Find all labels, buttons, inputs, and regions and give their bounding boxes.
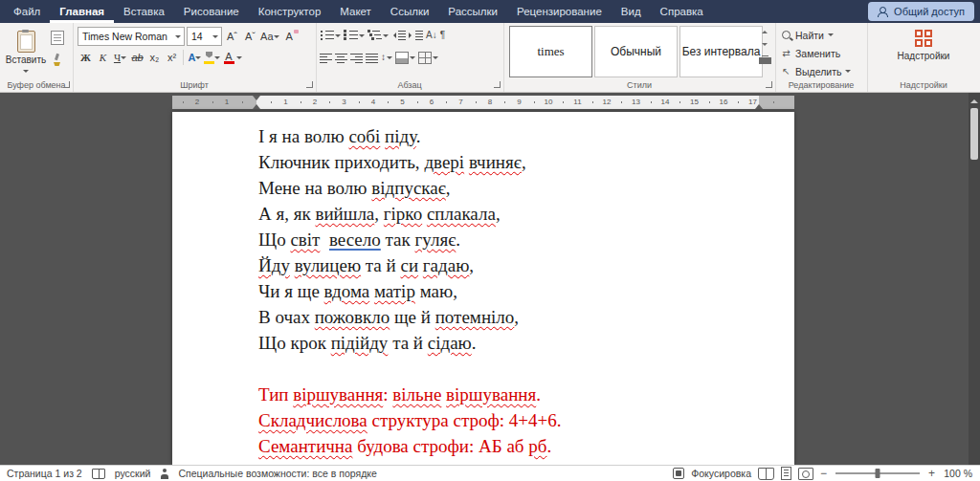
scrollbar-thumb[interactable]	[970, 108, 978, 160]
ruler-number: 7	[458, 96, 462, 109]
tab-Ссылки[interactable]: Ссылки	[381, 0, 439, 23]
ruler-text-area	[256, 96, 759, 109]
tab-Рисование[interactable]: Рисование	[174, 0, 249, 23]
addins-button[interactable]: Надстройки	[867, 30, 980, 61]
chevron-down-icon	[335, 34, 341, 40]
bullets-button[interactable]	[320, 27, 341, 44]
tab-Файл[interactable]: Файл	[4, 0, 50, 23]
styles-scroll-down-icon[interactable]	[762, 43, 768, 49]
font-color-bar	[224, 61, 234, 64]
text-effects-button[interactable]: А	[187, 49, 203, 66]
shrink-font-button[interactable]: Аˇ	[242, 28, 258, 45]
chevron-down-icon	[236, 56, 242, 62]
zoom-level[interactable]: 100 %	[942, 468, 972, 479]
zoom-slider-thumb[interactable]	[875, 469, 880, 478]
scroll-up-icon[interactable]	[969, 95, 980, 106]
accessibility-status[interactable]: Специальные возможности: все в порядке	[178, 468, 376, 479]
borders-button[interactable]	[418, 49, 438, 66]
chevron-down-icon	[383, 34, 389, 40]
font-color-button[interactable]: А	[221, 49, 242, 66]
zoom-slider[interactable]	[835, 472, 920, 474]
document-text[interactable]: І я на волю собі піду.Ключник приходить,…	[258, 123, 766, 459]
styles-scroll-up-icon[interactable]	[762, 28, 768, 33]
sort-button[interactable]: А↓	[426, 27, 437, 44]
hanging-indent-marker[interactable]	[253, 104, 260, 109]
document-page[interactable]: І я на волю собі піду.Ключник приходить,…	[172, 112, 794, 465]
align-right-button[interactable]	[350, 49, 363, 66]
accessibility-icon[interactable]	[160, 469, 168, 479]
horizontal-ruler[interactable]: 211234567891011121314151617	[172, 96, 794, 109]
ruler-number: 6	[430, 96, 434, 109]
tab-Вставка[interactable]: Вставка	[114, 0, 174, 23]
style-card-Обычный[interactable]: Обычный	[594, 26, 678, 77]
multilevel-list-button[interactable]	[368, 27, 389, 44]
font-size-select[interactable]: 14	[187, 27, 222, 46]
align-center-icon	[335, 53, 347, 63]
shading-button[interactable]	[395, 49, 415, 66]
tab-Макет[interactable]: Макет	[330, 0, 381, 23]
superscript-button[interactable]: x²	[164, 49, 180, 66]
styles-dialog-launcher-icon[interactable]	[766, 81, 772, 88]
indent-icon	[409, 30, 423, 41]
clipboard-dialog-launcher-icon[interactable]	[63, 81, 70, 88]
page-indicator[interactable]: Страница 1 из 2	[7, 468, 82, 479]
underline-button[interactable]: Ч	[112, 49, 128, 66]
format-painter-icon[interactable]	[51, 54, 62, 66]
bold-button[interactable]: Ж	[78, 49, 94, 66]
font-family-value: Times New Roman	[82, 31, 167, 42]
tab-Конструктор[interactable]: Конструктор	[249, 0, 331, 23]
select-button[interactable]: ↖Выделить	[781, 63, 851, 79]
increase-indent-button[interactable]	[409, 27, 423, 44]
font-dialog-launcher-icon[interactable]	[306, 81, 313, 88]
style-card-times[interactable]: times	[509, 26, 592, 77]
line-spacing-button[interactable]: ↕	[381, 49, 392, 66]
styles-expand-icon[interactable]	[759, 55, 771, 65]
paste-options-icon[interactable]	[51, 31, 64, 45]
search-button[interactable]: Найти	[781, 27, 851, 43]
strikethrough-button[interactable]: ab	[129, 49, 145, 66]
grow-font-button[interactable]: Аˆ	[224, 28, 240, 45]
align-left-button[interactable]	[320, 49, 332, 66]
change-case-button[interactable]: Аа	[260, 28, 279, 45]
zoom-in-button[interactable]: +	[928, 469, 935, 478]
read-mode-icon[interactable]	[758, 468, 774, 480]
vertical-scrollbar[interactable]	[969, 93, 980, 465]
tab-Главная[interactable]: Главная	[50, 0, 114, 23]
replace-label: Заменить	[795, 48, 840, 59]
align-center-button[interactable]	[335, 49, 347, 66]
paragraph-dialog-launcher-icon[interactable]	[494, 81, 501, 88]
web-layout-icon[interactable]	[798, 468, 813, 480]
status-bar: Страница 1 из 2 русский Специальные возм…	[0, 465, 980, 481]
paste-button[interactable]: Вставить	[5, 26, 47, 79]
proofing-icon[interactable]	[92, 469, 105, 479]
tab-Рецензирование[interactable]: Рецензирование	[507, 0, 612, 23]
ruler-number: 12	[603, 96, 612, 109]
share-button[interactable]: Общий доступ	[868, 2, 974, 21]
language-indicator[interactable]: русский	[115, 468, 151, 479]
show-marks-button[interactable]: ¶	[440, 27, 445, 44]
tab-Рассылки[interactable]: Рассылки	[438, 0, 507, 23]
ruler-tick	[183, 101, 184, 103]
style-gallery: timesОбычныйБез интервала	[509, 26, 763, 77]
style-card-Без интервала[interactable]: Без интервала	[679, 26, 763, 77]
tab-Вид[interactable]: Вид	[612, 0, 651, 23]
editing-group: Найти⇄Заменить↖Выделить Редактирование	[775, 23, 868, 92]
numbering-button[interactable]	[344, 27, 365, 44]
numbering-icon	[344, 30, 358, 41]
print-layout-icon[interactable]	[781, 467, 791, 480]
zoom-out-button[interactable]: −	[820, 469, 827, 478]
highlight-color-button[interactable]	[204, 49, 220, 66]
decrease-indent-button[interactable]	[391, 27, 406, 44]
italic-button[interactable]: К	[95, 49, 111, 66]
ruler-tick	[709, 101, 710, 103]
tab-Справка[interactable]: Справка	[651, 0, 713, 23]
replace-button[interactable]: ⇄Заменить	[781, 45, 851, 61]
focus-mode-button[interactable]: Фокусировка	[691, 468, 751, 479]
subscript-button[interactable]: x₂	[146, 49, 163, 66]
font-family-select[interactable]: Times New Roman	[78, 27, 185, 46]
style-card-label: Без интервала	[682, 45, 761, 58]
first-line-indent-marker[interactable]	[253, 96, 260, 100]
clear-formatting-button[interactable]: А	[281, 28, 298, 45]
justify-button[interactable]	[366, 49, 378, 66]
chevron-down-icon	[433, 56, 438, 62]
